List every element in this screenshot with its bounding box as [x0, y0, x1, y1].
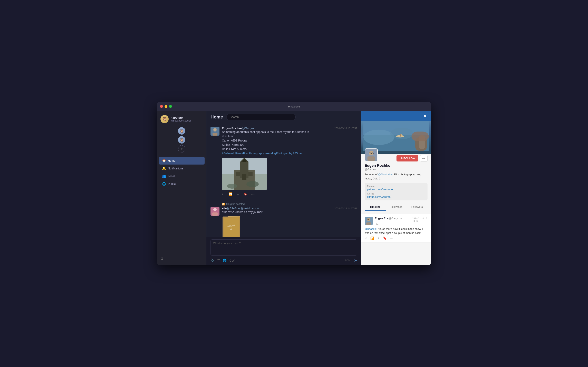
- post-avatar-2[interactable]: [210, 207, 219, 216]
- sidebar-item-public[interactable]: 🌐 Public: [159, 180, 205, 188]
- tab-followings[interactable]: Followings: [386, 203, 407, 211]
- favorite-button-1[interactable]: ★: [237, 192, 239, 196]
- mastodon-link[interactable]: @Mastodon: [378, 173, 393, 176]
- boost-icon: 🔁: [222, 203, 225, 206]
- tab-followers[interactable]: Followers: [406, 203, 428, 211]
- more-button-1[interactable]: •••: [251, 192, 255, 196]
- post-author-row-1: Eugen Rochko@Gargron 2024-01-14 16:47:57: [222, 127, 357, 130]
- ti-more-1[interactable]: •••: [390, 236, 393, 240]
- ti-fav-1[interactable]: ★: [377, 236, 380, 240]
- github-url[interactable]: github.com/Gargron: [367, 195, 425, 198]
- svg-point-1: [213, 128, 217, 132]
- panel-close-button[interactable]: ✕: [422, 113, 428, 119]
- extra-accounts: 🦉 🦉 +: [157, 127, 206, 155]
- post-image-1: 🙈: [222, 158, 357, 190]
- timeline: Eugen Rochko@Gargron 2024-01-14 16:47:57…: [207, 123, 361, 237]
- compose-input[interactable]: [210, 239, 357, 256]
- svg-point-33: [369, 151, 373, 155]
- svg-rect-16: [212, 212, 218, 216]
- titlebar: Whalebird: [157, 102, 431, 111]
- main-header: Home: [207, 111, 361, 123]
- post-time-1: 2024-01-14 16:47:57: [334, 127, 357, 130]
- svg-text:Ls: Ls: [229, 227, 232, 230]
- home-icon: 🏠: [162, 159, 166, 162]
- back-button[interactable]: ‹: [364, 113, 370, 119]
- unfollow-button[interactable]: UNFOLLOW: [397, 155, 418, 161]
- display-name: h3poteto: [171, 116, 191, 119]
- app-window: Whalebird 🦉 h3poteto @mastodon.social 🦉 …: [157, 102, 431, 265]
- extra-account-2[interactable]: 🦉: [178, 136, 185, 143]
- church-image: [222, 158, 267, 190]
- book-image: VARIOUS Ls: [223, 216, 240, 237]
- ti-bookmark-1[interactable]: 🔖: [383, 236, 387, 240]
- svg-rect-28: [411, 132, 429, 141]
- minimize-button[interactable]: [164, 105, 167, 108]
- profile-links: Patreon patreon.com/mastodon GitHub gith…: [365, 183, 428, 200]
- post-hashtags-1[interactable]: #BelieveInFilm #FilmPhotography #AnalogP…: [222, 152, 303, 155]
- profile-avatar-wrap: UNFOLLOW •••: [365, 148, 428, 161]
- post-author-1: Eugen Rochko@Gargron: [222, 127, 255, 130]
- sidebar-item-local[interactable]: 👥 Local: [159, 172, 205, 180]
- ti-avatar-1: [365, 217, 373, 225]
- svg-point-15: [213, 208, 217, 211]
- post-time-2: 2024-01-14 14:17:51: [334, 207, 357, 210]
- local-label: Local: [168, 175, 174, 178]
- post-handle-1: @Gargron: [242, 127, 255, 130]
- profile-bio: Founder of @Mastodon. Film photography, …: [365, 173, 428, 180]
- account-section[interactable]: 🦉 h3poteto @mastodon.social: [157, 113, 206, 126]
- maximize-button[interactable]: [169, 105, 172, 108]
- account-handle: @mastodon.social: [171, 119, 191, 122]
- sidebar-item-notifications[interactable]: 🔔 Notifications: [159, 165, 205, 172]
- traffic-lights: [160, 105, 172, 108]
- settings-button[interactable]: ⚙: [157, 255, 206, 263]
- boost-text: Gargron boosted: [226, 203, 245, 206]
- gear-icon: ⚙: [160, 257, 163, 261]
- svg-point-25: [390, 128, 414, 139]
- reply-button-1[interactable]: ↩: [222, 192, 225, 196]
- extra-account-1[interactable]: 🦉: [178, 127, 185, 134]
- post-avatar-1[interactable]: [210, 127, 219, 136]
- post-2: 🔁 Gargron boosted: [207, 200, 361, 237]
- account-info: h3poteto @mastodon.social: [171, 116, 191, 122]
- ti-time-1: 2024-01-14 17:42:40: [412, 217, 428, 222]
- people-icon: 👥: [162, 174, 166, 178]
- ti-body-1: @pgaskell Ah, so that's how it looks in …: [365, 227, 428, 235]
- patreon-url[interactable]: patreon.com/mastodon: [367, 188, 425, 191]
- send-button[interactable]: ➤: [354, 258, 357, 263]
- globe-icon: 🌐: [162, 182, 166, 186]
- profile-avatar: [365, 149, 378, 161]
- profile-timeline-item-1: Eugen Roc@Gargr on 2024-01-14 17:42:40 h…: [361, 214, 431, 242]
- ti-handle-1: @Gargr on: [389, 217, 402, 220]
- profile-more-button[interactable]: •••: [420, 155, 428, 161]
- app-body: 🦉 h3poteto @mastodon.social 🦉 🦉 + 🏠 Home…: [157, 111, 431, 265]
- profile-actions: UNFOLLOW •••: [397, 148, 428, 161]
- svg-point-29: [396, 135, 404, 137]
- sidebar-item-home[interactable]: 🏠 Home: [159, 157, 205, 165]
- mention-link[interactable]: @pgaskell: [365, 227, 377, 230]
- post-author-2: elle@ElleGray@mstdn.social: [222, 207, 259, 210]
- list-button[interactable]: ☰: [217, 259, 220, 262]
- profile-handle: @Gargron: [365, 168, 428, 171]
- ti-boost-1[interactable]: 🔁: [370, 236, 374, 240]
- profile-name: Eugen Rochko: [365, 164, 428, 168]
- ti-name-1: Eugen Roc@Gargr on: [375, 217, 402, 220]
- svg-rect-30: [400, 134, 401, 136]
- tab-timeline[interactable]: Timeline: [365, 203, 386, 211]
- ti-reply-1[interactable]: ↩: [365, 236, 367, 240]
- post-handle-2: @ElleGray@mstdn.social: [227, 207, 259, 210]
- bookmark-button-1[interactable]: 🔖: [243, 192, 247, 196]
- add-account-button[interactable]: +: [178, 145, 185, 152]
- globe-button[interactable]: 🌐: [223, 259, 227, 262]
- attach-button[interactable]: 📎: [210, 259, 214, 262]
- post-author-row-2: elle@ElleGray@mstdn.social 2024-01-14 14…: [222, 207, 357, 210]
- svg-point-24: [363, 130, 394, 145]
- close-button[interactable]: [160, 105, 163, 108]
- post-actions-1: ↩ 🔁 ★ 🔖 •••: [222, 192, 357, 196]
- bell-icon: 🔔: [162, 167, 166, 170]
- boost-button-1[interactable]: 🔁: [229, 192, 233, 196]
- cw-button[interactable]: CW: [229, 259, 234, 262]
- search-input[interactable]: [226, 114, 296, 120]
- notifications-label: Notifications: [168, 167, 183, 170]
- ti-actions-1: ↩ 🔁 ★ 🔖 •••: [365, 236, 428, 240]
- patreon-label: Patreon: [367, 185, 425, 187]
